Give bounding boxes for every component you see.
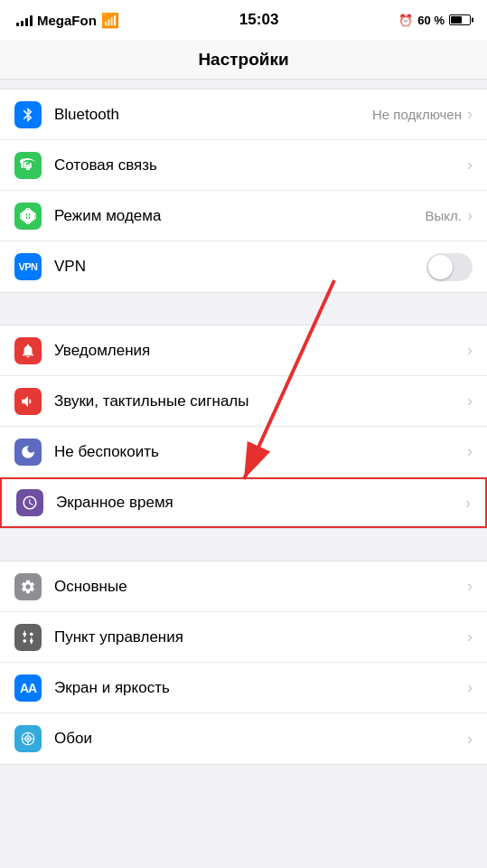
display-right: ›	[467, 678, 473, 697]
svg-point-21	[27, 738, 30, 741]
general-content: Основные ›	[54, 577, 473, 596]
controlcenter-chevron-icon: ›	[467, 627, 473, 646]
cellular-content: Сотовая связь ›	[54, 156, 473, 175]
vpn-toggle-knob	[428, 255, 453, 279]
vpn-row[interactable]: VPN VPN	[0, 241, 487, 292]
hotspot-label: Режим модема	[54, 207, 161, 225]
bluetooth-status: Не подключен	[372, 107, 462, 122]
controlcenter-label: Пункт управления	[54, 628, 183, 646]
sounds-content: Звуки, тактильные сигналы ›	[54, 392, 473, 410]
bluetooth-right: Не подключен ›	[372, 105, 473, 124]
wallpaper-label: Обои	[54, 730, 92, 748]
battery-icon	[449, 14, 471, 25]
svg-rect-1	[22, 160, 23, 168]
sounds-row[interactable]: Звуки, тактильные сигналы ›	[0, 376, 487, 427]
status-bar: MegaFon 📶 15:03 ⏰ 60 %	[0, 0, 487, 40]
general-group: Основные › Пункт управления ›	[0, 561, 487, 765]
general-icon	[14, 573, 42, 600]
hotspot-status: Выкл.	[426, 208, 462, 223]
svg-point-10	[30, 632, 33, 636]
display-icon: AA	[14, 675, 42, 702]
cellular-icon	[14, 152, 42, 179]
donotdisturb-icon	[14, 439, 42, 466]
notifications-chevron-icon: ›	[467, 341, 473, 360]
battery-label: 60 %	[417, 14, 445, 27]
sounds-icon	[14, 388, 42, 415]
display-content: Экран и яркость ›	[54, 678, 473, 697]
notifications-right: ›	[467, 341, 473, 360]
cellular-row[interactable]: Сотовая связь ›	[0, 140, 487, 191]
vpn-icon: VPN	[14, 253, 42, 280]
section-spacer-top	[0, 80, 487, 89]
signal-bars-icon	[16, 14, 33, 26]
sounds-right: ›	[467, 392, 473, 410]
vpn-label: VPN	[54, 258, 86, 276]
alarm-icon: ⏰	[398, 14, 413, 27]
display-chevron-icon: ›	[467, 678, 473, 697]
svg-rect-2	[24, 162, 26, 168]
status-left: MegaFon 📶	[16, 12, 119, 29]
svg-rect-4	[30, 163, 32, 168]
sounds-label: Звуки, тактильные сигналы	[54, 392, 249, 410]
bluetooth-label: Bluetooth	[54, 106, 119, 124]
general-label: Основные	[54, 578, 127, 596]
notifications-icon	[14, 337, 42, 364]
display-label: Экран и яркость	[54, 679, 170, 697]
notifications-label: Уведомления	[54, 342, 150, 360]
vpn-content: VPN	[54, 253, 473, 281]
donotdisturb-right: ›	[467, 442, 473, 461]
screentime-content: Экранное время ›	[56, 494, 471, 513]
battery-fill	[451, 16, 462, 24]
status-time: 15:03	[239, 11, 278, 29]
sounds-chevron-icon: ›	[467, 392, 473, 410]
wallpaper-row[interactable]: Обои ›	[0, 713, 487, 764]
vpn-toggle[interactable]	[426, 253, 473, 281]
cellular-label: Сотовая связь	[54, 156, 157, 175]
bluetooth-content: Bluetooth Не подключен ›	[54, 105, 473, 124]
notifications-row[interactable]: Уведомления ›	[0, 326, 487, 376]
carrier-label: MegaFon	[37, 13, 97, 28]
controlcenter-icon	[14, 624, 42, 651]
notifications-content: Уведомления ›	[54, 341, 473, 360]
svg-rect-3	[27, 164, 29, 168]
section-spacer-1	[0, 293, 487, 325]
connectivity-group: Bluetooth Не подключен › Сотовая связь ›	[0, 89, 487, 293]
donotdisturb-chevron-icon: ›	[467, 442, 473, 461]
screentime-icon	[16, 489, 43, 516]
hotspot-right: Выкл. ›	[426, 206, 473, 225]
wifi-icon: 📶	[101, 12, 119, 29]
controlcenter-content: Пункт управления ›	[54, 627, 473, 646]
screentime-right: ›	[465, 494, 471, 513]
cellular-chevron-icon: ›	[467, 156, 473, 175]
hotspot-row[interactable]: Режим модема Выкл. ›	[0, 191, 487, 241]
general-right: ›	[467, 577, 473, 596]
controlcenter-right: ›	[467, 627, 473, 646]
display-row[interactable]: AA Экран и яркость ›	[0, 663, 487, 713]
screentime-row[interactable]: Экранное время ›	[0, 477, 487, 528]
screentime-chevron-icon: ›	[465, 494, 471, 513]
page-title: Настройки	[198, 50, 288, 70]
hotspot-content: Режим модема Выкл. ›	[54, 206, 473, 225]
hotspot-chevron-icon: ›	[467, 206, 473, 225]
screentime-label: Экранное время	[56, 494, 173, 512]
wallpaper-icon	[14, 725, 42, 752]
svg-point-11	[23, 638, 26, 642]
status-right: ⏰ 60 %	[398, 14, 471, 27]
donotdisturb-label: Не беспокоить	[54, 443, 159, 461]
nav-bar: Настройки	[0, 40, 487, 80]
wallpaper-chevron-icon: ›	[467, 730, 473, 749]
general-row[interactable]: Основные ›	[0, 561, 487, 612]
bluetooth-chevron-icon: ›	[467, 105, 473, 124]
vpn-right	[426, 253, 473, 281]
bluetooth-row[interactable]: Bluetooth Не подключен ›	[0, 90, 487, 140]
bluetooth-icon	[14, 101, 42, 128]
general-chevron-icon: ›	[467, 577, 473, 596]
section-spacer-2	[0, 529, 487, 561]
wallpaper-right: ›	[467, 730, 473, 749]
cellular-right: ›	[467, 156, 473, 175]
donotdisturb-content: Не беспокоить ›	[54, 442, 473, 461]
controlcenter-row[interactable]: Пункт управления ›	[0, 612, 487, 663]
donotdisturb-row[interactable]: Не беспокоить ›	[0, 427, 487, 477]
hotspot-icon	[14, 203, 42, 230]
notifications-group: Уведомления › Звуки, тактильные сигналы …	[0, 325, 487, 529]
